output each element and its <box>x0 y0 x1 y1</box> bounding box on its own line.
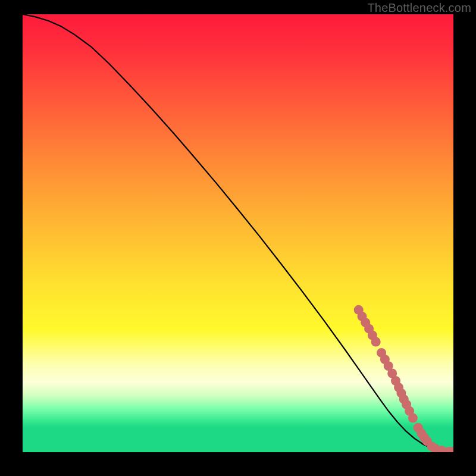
plot-area <box>23 14 453 452</box>
data-points-group <box>354 305 453 452</box>
data-point <box>408 414 418 423</box>
data-point <box>371 337 381 347</box>
watermark-text: TheBottleneck.com <box>367 1 471 15</box>
chart-frame: TheBottleneck.com <box>0 0 476 476</box>
chart-svg-layer <box>23 14 453 452</box>
bottleneck-curve <box>23 14 453 452</box>
